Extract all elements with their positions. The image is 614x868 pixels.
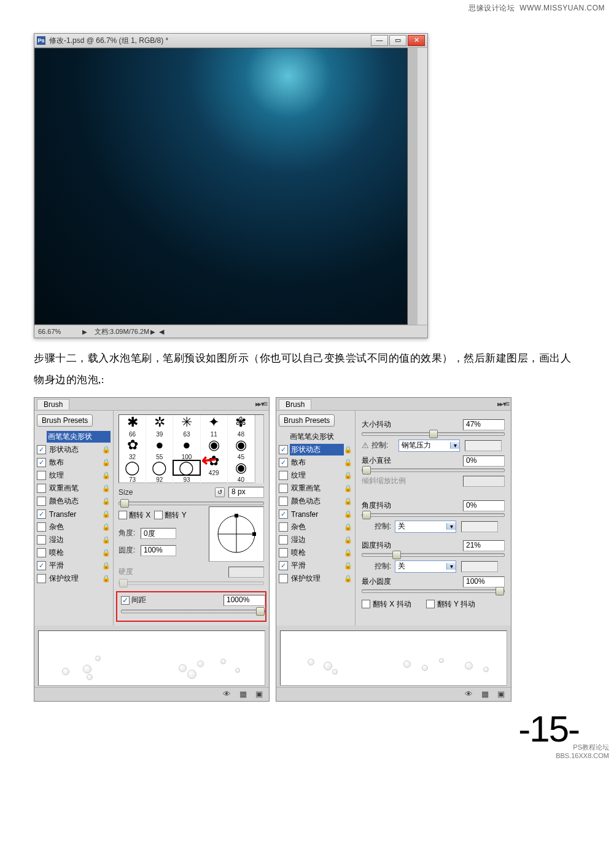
lock-icon: 🔒	[102, 471, 111, 480]
brush-presets-button[interactable]: Brush Presets	[37, 414, 93, 427]
control-select-pen[interactable]: 钢笔压力▾	[398, 440, 460, 452]
option-smoothing[interactable]: 平滑🔒	[279, 560, 352, 572]
size-slider[interactable]	[119, 502, 264, 505]
roundness-label: 圆度:	[119, 545, 141, 556]
flip-x-jitter-checkbox[interactable]	[362, 600, 370, 608]
lock-icon: 🔒	[102, 523, 111, 532]
angle-input[interactable]: 0度	[141, 528, 176, 539]
panel-menu-icon[interactable]: ▸▸ ▾≡	[255, 400, 266, 408]
size-jitter-label: 大小抖动	[362, 419, 463, 430]
trash-icon[interactable]: ▣	[255, 689, 263, 699]
close-button[interactable]: ✕	[408, 35, 425, 46]
option-wet-edges[interactable]: 湿边🔒	[37, 534, 111, 546]
tutorial-step-text: 步骤十二，载入水泡笔刷，笔刷预设如图所示（你也可以自己变换尝试不同的值的效果），…	[34, 348, 580, 391]
vertical-scrollbar[interactable]	[418, 48, 427, 325]
option-shape-dynamics[interactable]: 形状动态🔒	[279, 444, 352, 456]
option-airbrush[interactable]: 喷枪🔒	[37, 547, 111, 559]
spacing-slider[interactable]	[121, 610, 265, 613]
brush-presets-button[interactable]: Brush Presets	[279, 414, 335, 427]
panel-menu-icon[interactable]: ▸▸ ▾≡	[497, 400, 508, 408]
roundness-jitter-slider[interactable]	[362, 553, 505, 557]
option-scatter[interactable]: 散布🔒	[37, 457, 111, 469]
option-transfer[interactable]: Transfer🔒	[37, 508, 111, 521]
option-dual-brush[interactable]: 双重画笔🔒	[279, 482, 352, 495]
brush-panel-shape-dynamics: Brush ▸▸ ▾≡ Brush Presets 画笔笔尖形状 形状动态🔒 散…	[276, 397, 511, 702]
thumbs-scrollbar[interactable]	[255, 415, 263, 483]
angle-preview[interactable]	[209, 506, 264, 562]
hardness-label: 硬度	[119, 567, 143, 577]
option-noise[interactable]: 杂色🔒	[37, 521, 111, 533]
min-roundness-input[interactable]: 100%	[463, 576, 505, 587]
option-wet-edges[interactable]: 湿边🔒	[279, 534, 352, 546]
chevron-down-icon: ▾	[450, 442, 459, 449]
option-texture[interactable]: 纹理🔒	[279, 470, 352, 482]
toggle-view-icon[interactable]: 👁	[223, 689, 231, 699]
photoshop-icon: Ps	[37, 36, 45, 45]
spacing-input[interactable]: 1000%	[223, 595, 265, 606]
option-scatter[interactable]: 散布🔒	[279, 457, 352, 469]
brush-thumbnails[interactable]: ✱66✿32◯73 ✲39●55◯92 ✳63●100◯93 ✦11◉✿429 …	[119, 414, 264, 483]
photoshop-document-window: Ps 修改-1.psd @ 66.7% (组 1, RGB/8) * — ▭ ✕…	[34, 33, 428, 338]
watermark-bottom: PS教程论坛 BBS.16XX8.COM	[556, 743, 609, 759]
option-color-dynamics[interactable]: 颜色动态🔒	[37, 495, 111, 508]
maximize-button[interactable]: ▭	[389, 35, 406, 46]
trash-icon[interactable]: ▣	[497, 689, 505, 699]
angle-jitter-slider[interactable]	[362, 513, 505, 517]
blank-input	[465, 440, 502, 451]
lock-icon: 🔒	[102, 562, 111, 570]
option-tip-shape[interactable]: 画笔笔尖形状	[37, 431, 111, 443]
toggle-view-icon[interactable]: 👁	[465, 689, 473, 699]
lock-icon: 🔒	[344, 459, 352, 467]
lock-icon: 🔒	[102, 446, 111, 454]
angle-jitter-label: 角度抖动	[362, 500, 463, 511]
option-texture[interactable]: 纹理🔒	[37, 470, 111, 482]
control-select-off[interactable]: 关▾	[395, 560, 456, 573]
option-noise[interactable]: 杂色🔒	[279, 521, 352, 533]
control-select-off[interactable]: 关▾	[395, 521, 456, 533]
control-label: 控制:	[371, 440, 398, 451]
option-transfer[interactable]: Transfer🔒	[279, 508, 352, 521]
flip-y-jitter-checkbox[interactable]	[426, 600, 435, 608]
min-diameter-slider[interactable]	[362, 468, 505, 472]
brush-tab[interactable]: Brush	[279, 399, 311, 409]
canvas-area[interactable]	[34, 48, 408, 325]
brush-options-list: Brush Presets 画笔笔尖形状 形状动态🔒 散布🔒 纹理🔒 双重画笔🔒…	[276, 411, 356, 626]
flip-x-checkbox[interactable]	[119, 511, 127, 519]
blank-input	[461, 521, 498, 532]
hardness-input	[228, 567, 264, 578]
roundness-jitter-input[interactable]: 21%	[463, 540, 505, 551]
option-protect-texture[interactable]: 保护纹理🔒	[37, 573, 111, 585]
lock-icon: 🔒	[344, 471, 352, 480]
flip-y-checkbox[interactable]	[154, 511, 163, 519]
panel-footer: 👁 ▦ ▣	[276, 687, 511, 701]
svg-rect-3	[252, 532, 256, 536]
option-color-dynamics[interactable]: 颜色动态🔒	[279, 495, 352, 508]
roundness-input[interactable]: 100%	[141, 545, 176, 556]
brush-tab[interactable]: Brush	[37, 399, 69, 409]
new-preset-icon[interactable]: ▦	[239, 689, 247, 699]
size-jitter-input[interactable]: 47%	[463, 419, 505, 430]
minimize-button[interactable]: —	[371, 35, 388, 46]
option-dual-brush[interactable]: 双重画笔🔒	[37, 482, 111, 495]
svg-rect-4	[235, 514, 238, 517]
size-jitter-slider[interactable]	[362, 432, 505, 436]
option-smoothing[interactable]: 平滑🔒	[37, 560, 111, 572]
option-shape-dynamics[interactable]: 形状动态🔒	[37, 444, 111, 456]
option-airbrush[interactable]: 喷枪🔒	[279, 547, 352, 559]
min-diameter-input[interactable]: 0%	[463, 455, 505, 467]
angle-jitter-input[interactable]: 0%	[463, 500, 505, 511]
zoom-level[interactable]: 66.67%	[38, 328, 81, 335]
lock-icon: 🔒	[102, 459, 111, 467]
option-protect-texture[interactable]: 保护纹理🔒	[279, 573, 352, 585]
blank-input	[461, 561, 498, 572]
watermark-top: 思缘设计论坛 WWW.MISSYUAN.COM	[468, 3, 605, 14]
option-tip-shape[interactable]: 画笔笔尖形状	[279, 431, 352, 443]
hardness-slider	[119, 581, 264, 585]
spacing-checkbox[interactable]: ✓	[121, 596, 130, 605]
size-input[interactable]: 8 px	[228, 487, 264, 498]
reset-size-button[interactable]: ↺	[215, 487, 225, 497]
lock-icon: 🔒	[102, 497, 111, 506]
panel-footer: 👁 ▦ ▣	[34, 687, 269, 701]
min-roundness-slider[interactable]	[362, 589, 505, 593]
new-preset-icon[interactable]: ▦	[481, 689, 489, 699]
